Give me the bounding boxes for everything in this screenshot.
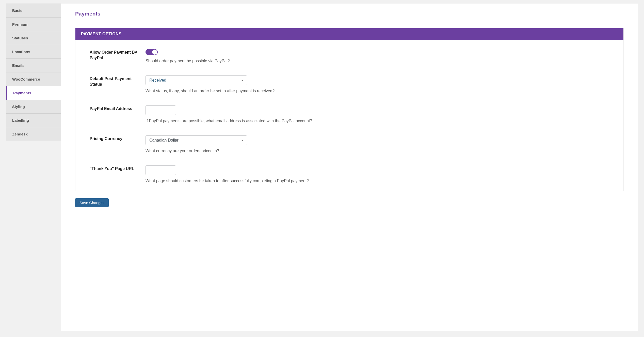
label-thank-you-url: "Thank You" Page URL (90, 165, 146, 172)
row-allow-paypal: Allow Order Payment By PayPal Should ord… (90, 49, 613, 63)
toggle-allow-paypal[interactable] (146, 49, 158, 55)
input-thank-you-url[interactable] (146, 165, 176, 175)
payment-options-panel: PAYMENT OPTIONS Allow Order Payment By P… (75, 28, 624, 191)
sidebar-item-emails[interactable]: Emails (6, 59, 61, 72)
help-allow-paypal: Should order payment be possible via Pay… (146, 59, 613, 63)
sidebar-item-labelling[interactable]: Labelling (6, 114, 61, 127)
sidebar-item-locations[interactable]: Locations (6, 45, 61, 59)
label-paypal-email: PayPal Email Address (90, 105, 146, 112)
panel-body: Allow Order Payment By PayPal Should ord… (75, 40, 623, 191)
help-paypal-email: If PayPal payments are possible, what em… (146, 119, 613, 123)
row-currency: Pricing Currency Canadian Dollar What cu… (90, 135, 613, 153)
select-default-status[interactable]: Received (146, 75, 247, 85)
page-title: Payments (75, 11, 624, 17)
help-default-status: What status, if any, should an order be … (146, 89, 613, 93)
sidebar-item-basic[interactable]: Basic (6, 4, 61, 18)
label-currency: Pricing Currency (90, 135, 146, 142)
help-currency: What currency are your orders priced in? (146, 149, 613, 153)
row-default-status: Default Post-Payment Status Received Wha… (90, 75, 613, 93)
help-thank-you-url: What page should customers be taken to a… (146, 179, 613, 183)
sidebar-item-premium[interactable]: Premium (6, 18, 61, 31)
toggle-knob (152, 50, 157, 55)
select-currency-value: Canadian Dollar (149, 138, 179, 143)
sidebar-item-styling[interactable]: Styling (6, 100, 61, 114)
sidebar-item-woocommerce[interactable]: WooCommerce (6, 72, 61, 86)
label-default-status: Default Post-Payment Status (90, 75, 146, 87)
row-thank-you-url: "Thank You" Page URL What page should cu… (90, 165, 613, 183)
main-content: Payments PAYMENT OPTIONS Allow Order Pay… (61, 4, 638, 331)
select-default-status-value: Received (149, 78, 166, 83)
row-paypal-email: PayPal Email Address If PayPal payments … (90, 105, 613, 123)
input-paypal-email[interactable] (146, 105, 176, 115)
select-currency[interactable]: Canadian Dollar (146, 135, 247, 145)
save-button[interactable]: Save Changes (75, 198, 109, 207)
label-allow-paypal: Allow Order Payment By PayPal (90, 49, 146, 60)
panel-header: PAYMENT OPTIONS (75, 28, 623, 40)
sidebar-item-zendesk[interactable]: Zendesk (6, 127, 61, 141)
sidebar-item-statuses[interactable]: Statuses (6, 31, 61, 45)
sidebar: Basic Premium Statuses Locations Emails … (6, 4, 61, 331)
sidebar-item-payments[interactable]: Payments (6, 86, 61, 100)
